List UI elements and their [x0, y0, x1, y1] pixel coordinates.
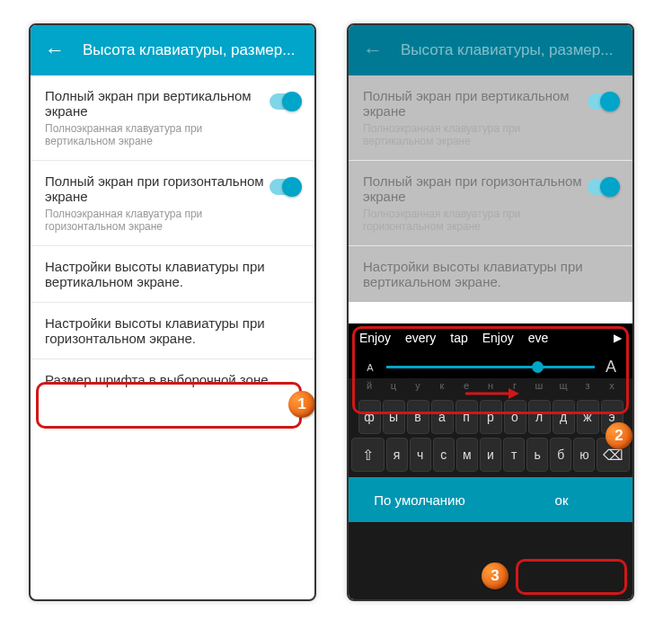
setting-vertical-fullscreen[interactable]: Полный экран при вертикальном экране Пол… [31, 75, 314, 161]
setting-label: Настройки высоты клавиатуры при вертикал… [363, 259, 618, 289]
phone-right: ← Высота клавиатуры, размер... Полный эк… [347, 23, 634, 601]
suggestion-item[interactable]: eve [523, 331, 554, 345]
keyboard-row: ⇧ я ч с м и т ь б ю ⌫ [349, 436, 632, 474]
key[interactable]: л [528, 400, 551, 434]
setting-sub: Полноэкранная клавуатура при вертикально… [363, 122, 588, 147]
key[interactable]: ы [383, 400, 405, 434]
back-icon: ← [363, 39, 383, 62]
key[interactable]: ч [410, 438, 431, 472]
key[interactable]: м [456, 438, 478, 472]
suggestion-bar: Enjoy every tap Enjoy eve ▶ [349, 323, 632, 352]
suggestion-item[interactable]: Enjoy [477, 331, 519, 345]
step-badge-1: 1 [288, 391, 315, 418]
slider-min-icon: A [358, 362, 383, 373]
setting-label: Настройки высоты клавиатуры при вертикал… [45, 259, 300, 289]
setting-height-horizontal[interactable]: Настройки высоты клавиатуры при горизонт… [31, 303, 314, 359]
setting-height-vertical[interactable]: Настройки высоты клавиатуры при вертикал… [31, 246, 314, 303]
setting-label: Размер шрифта в выборочной зоне [45, 372, 300, 387]
setting-label: Полный экран при вертикальном экране [45, 88, 270, 119]
setting-label: Полный экран при вертикальном экране [363, 88, 588, 119]
key[interactable]: о [504, 400, 526, 434]
toggle-switch [588, 179, 618, 195]
setting-sub: Полноэкранная клавуатура при горизонталь… [363, 208, 588, 233]
key[interactable]: т [503, 438, 525, 472]
key[interactable]: ж [577, 400, 599, 434]
font-size-slider[interactable] [386, 366, 595, 368]
setting-label: Полный экран при горизонтальном экране [363, 173, 588, 204]
suggestion-item[interactable]: Enjoy [354, 331, 396, 345]
phone-left: ← Высота клавиатуры, размер... Полный эк… [29, 23, 316, 601]
key[interactable]: и [480, 438, 501, 472]
page-title: Высота клавиатуры, размер... [401, 41, 613, 59]
toggle-switch[interactable] [270, 179, 300, 195]
setting-vertical-fullscreen: Полный экран при вертикальном экране Пол… [349, 75, 632, 161]
setting-sub: Полноэкранная клавуатура при вертикально… [45, 122, 270, 147]
back-icon[interactable]: ← [45, 39, 65, 62]
setting-height-vertical: Настройки высоты клавиатуры при вертикал… [349, 246, 632, 302]
setting-font-size[interactable]: Размер шрифта в выборочной зоне [31, 359, 314, 400]
dialog-action-bar: По умолчанию ок [349, 477, 632, 522]
setting-label: Настройки высоты клавиатуры при горизонт… [45, 315, 300, 346]
setting-sub: Полноэкранная клавуатура при горизонталь… [45, 208, 270, 233]
toggle-switch[interactable] [270, 93, 300, 110]
setting-label: Полный экран при горизонтальном экране [45, 173, 270, 204]
keyboard-area: Enjoy every tap Enjoy eve ▶ A A й ц у к … [349, 323, 632, 599]
key[interactable]: п [455, 400, 478, 434]
toolbar: ← Высота клавиатуры, размер... [349, 25, 632, 75]
font-size-slider-row: A A [349, 352, 632, 378]
ok-button[interactable]: ок [491, 477, 632, 522]
key[interactable]: в [407, 400, 429, 434]
key[interactable]: я [386, 438, 408, 472]
keyboard-rows: ф ы в а п р о л д ж э ⇧ я ч с м [349, 393, 632, 477]
shift-key[interactable]: ⇧ [351, 438, 385, 472]
step-badge-2: 2 [606, 422, 632, 449]
setting-horizontal-fullscreen[interactable]: Полный экран при горизонтальном экране П… [31, 161, 314, 246]
key[interactable]: ь [526, 438, 548, 472]
key[interactable]: р [480, 400, 502, 434]
key[interactable]: ф [358, 400, 381, 434]
toggle-switch [588, 93, 618, 110]
key[interactable]: ю [573, 438, 595, 472]
suggestion-item[interactable]: every [400, 331, 441, 345]
svg-marker-1 [508, 388, 519, 399]
key[interactable]: д [553, 400, 575, 434]
suggestion-item[interactable]: tap [445, 331, 473, 345]
key[interactable]: б [550, 438, 571, 472]
arrow-right-icon [465, 386, 519, 401]
page-title: Высота клавиатуры, размер... [83, 41, 295, 59]
step-badge-3: 3 [482, 563, 508, 589]
chevron-right-icon[interactable]: ▶ [608, 332, 627, 344]
default-button[interactable]: По умолчанию [349, 477, 491, 522]
key[interactable]: с [433, 438, 455, 472]
key[interactable]: а [431, 400, 454, 434]
toolbar: ← Высота клавиатуры, размер... [31, 25, 314, 75]
setting-horizontal-fullscreen: Полный экран при горизонтальном экране П… [349, 161, 632, 246]
slider-max-icon: A [598, 358, 623, 377]
keyboard-row: ф ы в а п р о л д ж э [349, 398, 632, 436]
